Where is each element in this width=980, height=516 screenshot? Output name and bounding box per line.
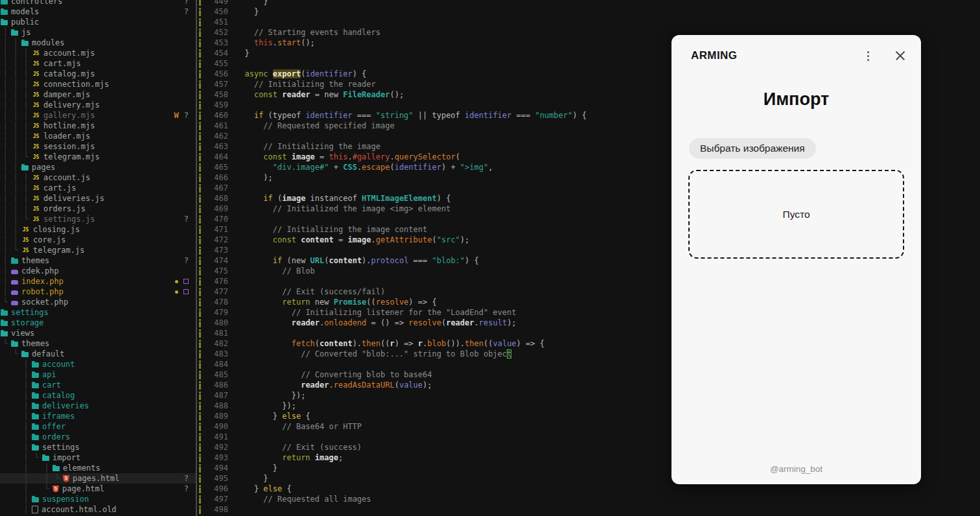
code-text: ); <box>235 172 273 183</box>
tree-item-iframes[interactable]: │iframes <box>0 411 196 421</box>
js-icon: JS <box>32 217 40 222</box>
tree-item-storage[interactable]: storage <box>0 318 196 328</box>
tree-item-account.js[interactable]: │││JSaccount.js <box>0 172 196 183</box>
folder-icon <box>32 414 39 419</box>
tree-item-account[interactable]: │account <box>0 359 196 369</box>
indent-guide <box>10 453 21 462</box>
tree-item-label: deliveries.js <box>43 194 104 203</box>
tree-item-session.mjs[interactable]: │││JSsession.mjs <box>0 141 196 152</box>
js-icon: JS <box>32 92 40 98</box>
tree-item-pages[interactable]: ││pages <box>0 162 196 172</box>
indent-guide: │ <box>21 80 31 89</box>
tree-item-controllers[interactable]: controllers? <box>0 0 196 6</box>
code-line-449[interactable]: 449 } <box>202 0 980 6</box>
tree-item-connection.mjs[interactable]: │││JSconnection.mjs <box>0 79 196 89</box>
tree-item-robot.php[interactable]: │robot.php <box>0 287 196 297</box>
tree-item-modules[interactable]: ││modules <box>0 38 196 48</box>
tree-item-deliveries.js[interactable]: │││JSdeliveries.js <box>0 193 196 204</box>
code-text: fetch(content).then((r) => r.blob()).the… <box>235 338 544 349</box>
tree-item-themes[interactable]: └themes <box>0 338 196 349</box>
tree-item-settings[interactable]: settings <box>0 307 196 318</box>
code-text: // Exit (success/fail) <box>235 287 385 297</box>
code-line-496[interactable]: 496 } else { <box>202 484 980 494</box>
tree-item-closing.js[interactable]: ││JSclosing.js <box>0 224 196 235</box>
code-line-451[interactable]: 451 <box>202 17 980 27</box>
indent-guide: │ <box>0 152 10 161</box>
tree-item-default[interactable]: └default <box>0 349 196 359</box>
code-text: // Blob <box>235 266 315 276</box>
tree-item-deliveries[interactable]: │deliveries <box>0 401 196 411</box>
tree-item-label: offer <box>42 422 65 431</box>
folder-icon <box>32 425 39 430</box>
code-line-497[interactable]: 497 // Requested all images <box>202 494 980 504</box>
tree-item-api[interactable]: │api <box>0 369 196 380</box>
tree-item-orders.js[interactable]: │││JSorders.js <box>0 204 196 214</box>
tree-item-settings[interactable]: │settings <box>0 442 196 452</box>
indent-guide: │ <box>0 38 10 47</box>
folder-open-icon <box>21 165 29 170</box>
tree-item-label: deliveries <box>42 401 89 410</box>
git-untracked-badge: ? <box>184 256 189 265</box>
indent-guide: │ <box>21 495 31 504</box>
tree-item-telegram.mjs[interactable]: ││└JStelegram.mjs <box>0 152 196 162</box>
folder-open-icon <box>32 445 39 451</box>
image-dropzone[interactable]: Пусто <box>688 170 904 259</box>
tree-item-gallery.mjs[interactable]: │││JSgallery.mjsW? <box>0 110 196 121</box>
tree-item-import[interactable]: │└import <box>0 452 196 463</box>
tree-item-damper.mjs[interactable]: │││JSdamper.mjs <box>0 89 196 100</box>
tree-item-cart.js[interactable]: │││JScart.js <box>0 183 196 193</box>
tree-item-views[interactable]: views <box>0 328 196 338</box>
indent-guide: │ <box>10 132 21 141</box>
indent-guide: │ <box>10 80 21 89</box>
code-text: reader.onloadend = () => resolve(reader.… <box>235 318 517 328</box>
tree-item-elements[interactable]: │ │elements <box>0 463 196 473</box>
close-icon[interactable] <box>895 51 905 61</box>
tree-item-orders[interactable]: │orders <box>0 432 196 442</box>
indent-guide <box>0 484 10 493</box>
tree-item-public[interactable]: public <box>0 17 196 27</box>
tree-item-cdek.php[interactable]: │cdek.php <box>0 266 196 276</box>
line-number: 467 <box>202 183 228 193</box>
tree-item-socket.php[interactable]: └socket.php <box>0 297 196 307</box>
tree-item-account.html.old[interactable]: │account.html.old <box>0 504 196 515</box>
tree-item-telegram.js[interactable]: │└JStelegram.js <box>0 245 196 255</box>
tree-item-index.php[interactable]: │index.php <box>0 276 196 287</box>
tree-item-catalog.mjs[interactable]: │││JScatalog.mjs <box>0 69 196 79</box>
folder-open-icon <box>1 331 8 336</box>
indent-guide: │ <box>0 132 10 141</box>
line-number: 482 <box>202 338 228 349</box>
tree-item-page.html[interactable]: │ └5page.html? <box>0 484 196 494</box>
code-line-498[interactable]: 498 <box>202 504 980 515</box>
kebab-menu-icon[interactable] <box>866 50 870 62</box>
code-text: // Initializing the image <box>235 141 380 152</box>
sidebar-scrollbar[interactable] <box>196 0 197 516</box>
tree-item-cart.mjs[interactable]: │││JScart.mjs <box>0 58 196 69</box>
line-number: 492 <box>202 442 228 452</box>
tree-item-settings.js[interactable]: ││└JSsettings.js? <box>0 214 196 224</box>
tree-item-label: delivery.mjs <box>43 100 100 110</box>
sidebar-file-tree[interactable]: controllers?models?public│js││modules│││… <box>0 0 196 515</box>
tree-item-cart[interactable]: │cart <box>0 380 196 390</box>
code-text: }); <box>235 401 296 411</box>
tree-item-suspension[interactable]: │suspension <box>0 494 196 504</box>
tree-item-offer[interactable]: │offer <box>0 421 196 432</box>
indent-guide: └ <box>0 339 10 348</box>
tree-item-js[interactable]: │js <box>0 27 196 38</box>
js-icon: JS <box>21 248 30 253</box>
tree-item-core.js[interactable]: ││JScore.js <box>0 235 196 245</box>
tree-item-models[interactable]: models? <box>0 6 196 17</box>
tree-item-delivery.mjs[interactable]: │││JSdelivery.mjs <box>0 100 196 110</box>
indent-guide: │ <box>0 69 10 78</box>
tree-item-catalog[interactable]: │catalog <box>0 390 196 401</box>
tree-item-pages.html[interactable]: │ │└5pages.html? <box>0 473 196 484</box>
choose-images-button[interactable]: Выбрать изображения <box>689 138 816 159</box>
tree-item-label: orders <box>42 432 70 441</box>
code-line-450[interactable]: 450 } <box>202 6 980 17</box>
tree-item-account.mjs[interactable]: │││JSaccount.mjs <box>0 48 196 58</box>
indent-guide: │ <box>21 412 31 421</box>
git-gutter <box>199 0 201 516</box>
tree-item-loader.mjs[interactable]: │││JSloader.mjs <box>0 131 196 141</box>
indent-guide: │ <box>10 225 21 234</box>
tree-item-hotline.mjs[interactable]: │││JShotline.mjs <box>0 121 196 131</box>
tree-item-themes[interactable]: │themes? <box>0 255 196 266</box>
